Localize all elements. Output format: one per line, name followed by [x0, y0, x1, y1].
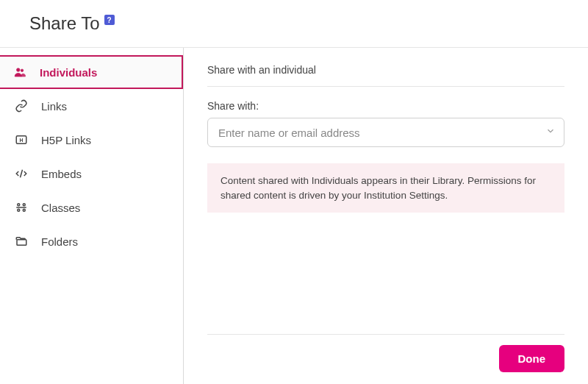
- section-title: Share with an individual: [207, 64, 564, 87]
- spacer: [207, 213, 564, 334]
- share-dialog: Share To ? Individuals Links H H5P: [0, 0, 588, 384]
- sidebar-item-label: Individuals: [40, 66, 97, 79]
- h5p-icon: H: [15, 133, 28, 146]
- svg-point-1: [21, 69, 23, 71]
- share-with-label: Share with:: [207, 100, 564, 112]
- sidebar-item-label: H5P Links: [41, 134, 91, 146]
- people-icon: [13, 65, 26, 79]
- dialog-title: Share To: [29, 13, 100, 34]
- sidebar-item-label: Embeds: [41, 168, 82, 180]
- dialog-body: Individuals Links H H5P Links Embeds: [0, 48, 588, 384]
- sidebar-item-embeds[interactable]: Embeds: [0, 157, 183, 191]
- svg-point-8: [23, 209, 25, 211]
- svg-point-0: [17, 68, 21, 72]
- classes-icon: [15, 201, 28, 214]
- link-icon: [15, 99, 28, 113]
- sidebar-item-label: Classes: [41, 202, 80, 214]
- info-message: Content shared with Individuals appears …: [207, 163, 564, 213]
- sidebar-item-links[interactable]: Links: [0, 89, 183, 123]
- svg-text:H: H: [20, 138, 24, 143]
- dialog-header: Share To ?: [0, 0, 588, 48]
- svg-point-6: [23, 204, 25, 206]
- sidebar-item-individuals[interactable]: Individuals: [0, 55, 183, 89]
- folders-icon: [15, 235, 28, 248]
- help-icon[interactable]: ?: [104, 15, 115, 25]
- done-button[interactable]: Done: [499, 345, 565, 372]
- sidebar-item-folders[interactable]: Folders: [0, 224, 183, 258]
- sidebar: Individuals Links H H5P Links Embeds: [0, 48, 184, 384]
- share-with-input[interactable]: [207, 118, 564, 147]
- sidebar-item-classes[interactable]: Classes: [0, 191, 183, 224]
- sidebar-item-label: Links: [41, 100, 67, 113]
- footer-divider: [207, 334, 564, 335]
- dialog-footer: Done: [207, 345, 564, 372]
- sidebar-item-h5p-links[interactable]: H H5P Links: [0, 123, 183, 157]
- svg-point-7: [18, 209, 20, 211]
- sidebar-item-label: Folders: [41, 235, 78, 248]
- code-icon: [15, 167, 28, 180]
- main-panel: Share with an individual Share with: Con…: [184, 48, 588, 384]
- svg-line-4: [21, 170, 23, 178]
- share-with-combobox[interactable]: [207, 118, 564, 147]
- svg-point-5: [18, 204, 20, 206]
